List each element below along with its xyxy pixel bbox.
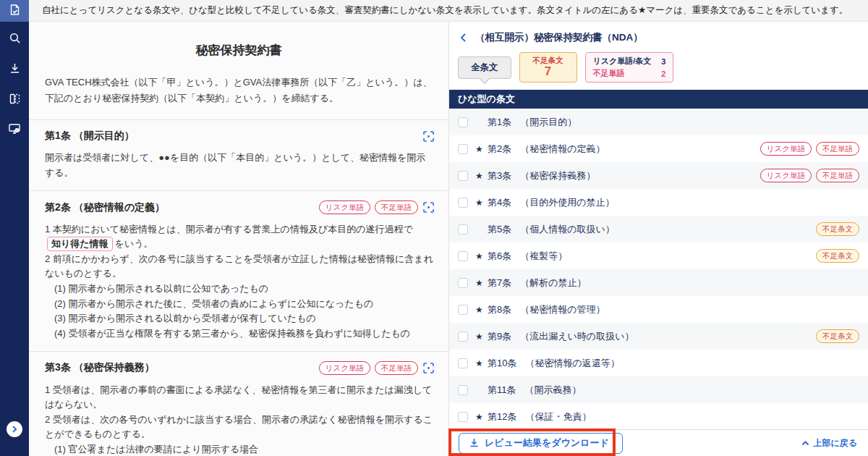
- missing-word-stat-row: 不足単語 2: [593, 68, 666, 79]
- risk-term-highlight[interactable]: 知り得た情報: [47, 237, 113, 251]
- clause-title: （流出漏えい時の取扱い）: [520, 330, 634, 343]
- risk-word-stat-row: リスク単語/条文 3: [593, 56, 666, 67]
- stat-label: リスク単語/条文: [593, 56, 652, 67]
- clause-row-4[interactable]: ★ 第4条 （目的外使用の禁止）: [449, 189, 868, 216]
- important-star-icon: ★: [475, 252, 488, 261]
- document-intro: GVA TECH株式会社（以下「甲」という。）とGVA法律事務所（以下「乙」とい…: [45, 75, 433, 106]
- risk-word-badge: リスク単語: [760, 142, 812, 156]
- important-star-icon: ★: [475, 172, 488, 180]
- clause-row-10[interactable]: ★ 第10条 （秘密情報の返還等）: [449, 350, 868, 376]
- missing-clause-badge: 不足条文: [816, 222, 859, 236]
- chevron-up-icon: [801, 440, 809, 446]
- clause-title: （秘密情報の管理）: [520, 303, 605, 316]
- clause-row-9[interactable]: ★ 第9条 （流出漏えい時の取扱い） 不足条文: [449, 323, 868, 350]
- body-text: をいう。: [115, 238, 153, 249]
- clause-heading: 第2条 （秘密情報の定義）: [45, 201, 165, 214]
- clause-title: （解析の禁止）: [520, 276, 586, 290]
- row-checkbox[interactable]: [458, 224, 468, 235]
- tab-missing-clauses[interactable]: 不足条文 7: [519, 52, 577, 83]
- clause-body-line: 開示者は受領者に対して、●●を目的（以下「本目的」という。）として、秘密情報を開…: [45, 151, 434, 180]
- clause-list: 第1条 （開示目的） ★ 第2条 （秘密情報の定義） リスク単語不足単語 ★ 第…: [449, 109, 868, 430]
- clause-no: 第4条: [488, 196, 511, 209]
- missing-clause-count: 7: [545, 65, 551, 79]
- clause-no: 第6条: [488, 250, 511, 263]
- clause-title: （複製等）: [520, 250, 567, 263]
- sidebar-item-settings[interactable]: [0, 117, 29, 143]
- expand-chevron-icon: [11, 423, 18, 436]
- clause-heading: 第1条 （開示目的）: [45, 130, 135, 143]
- sidebar-item-search[interactable]: [0, 26, 29, 52]
- document-clause-2: 第2条 （秘密情報の定義） リスク単語 不足単語 1 本契約において秘密情報とは…: [29, 190, 448, 351]
- clause-no: 第8条: [488, 303, 511, 316]
- important-star-icon: ★: [475, 332, 488, 341]
- clause-title: （秘密情報の返還等）: [525, 357, 619, 370]
- clause-title: （開示義務）: [525, 384, 582, 397]
- missing-word-badge: 不足単語: [375, 361, 418, 375]
- focus-clause-button[interactable]: [422, 130, 434, 142]
- important-star-icon: ★: [475, 198, 488, 207]
- clause-no: 第11条: [488, 384, 516, 397]
- download-icon: [469, 438, 479, 447]
- clause-no: 第1条: [488, 116, 511, 129]
- clause-row-3[interactable]: ★ 第3条 （秘密保持義務） リスク単語不足単語: [449, 162, 868, 189]
- row-checkbox[interactable]: [458, 358, 468, 368]
- sidebar-expand-button[interactable]: [7, 421, 22, 437]
- clause-row-1[interactable]: 第1条 （開示目的）: [449, 109, 868, 135]
- clause-body-line: 2 前項にかかわらず、次の各号に該当することを受領者が立証した情報は秘密情報に含…: [45, 252, 434, 282]
- clause-body-line: (4) 受領者が正当な権限を有する第三者から、秘密保持義務を負わずに知得したもの: [45, 326, 434, 342]
- clause-no: 第7条: [488, 276, 511, 290]
- contract-document-panel: 秘密保持契約書 GVA TECH株式会社（以下「甲」という。）とGVA法律事務所…: [29, 22, 448, 456]
- important-star-icon: ★: [475, 305, 488, 314]
- row-checkbox[interactable]: [458, 144, 468, 154]
- row-checkbox[interactable]: [458, 117, 468, 127]
- important-star-icon: ★: [475, 279, 488, 287]
- important-star-icon: ★: [475, 359, 488, 368]
- sidebar-item-download[interactable]: [0, 56, 29, 83]
- missing-word-count: 2: [661, 69, 665, 78]
- chevron-left-icon: [459, 33, 468, 43]
- row-checkbox[interactable]: [458, 251, 468, 261]
- back-button[interactable]: [459, 33, 468, 43]
- clause-row-11[interactable]: 第11条 （開示義務）: [449, 376, 868, 403]
- clause-body-line: (3) 開示者から開示される以前から受領者が保有していたもの: [45, 311, 434, 326]
- stat-label: 不足単語: [593, 68, 625, 79]
- review-filter-tabs: 全条文 不足条文 7 リスク単語/条文 3 不足単語 2: [449, 44, 868, 90]
- clause-row-12[interactable]: ★ 第12条 （保証・免責）: [449, 403, 868, 430]
- risk-word-count: 3: [661, 57, 665, 66]
- tab-all-clauses[interactable]: 全条文: [458, 56, 511, 79]
- sidebar-item-review[interactable]: [0, 0, 29, 22]
- clause-row-7[interactable]: ★ 第7条 （解析の禁止）: [449, 269, 868, 296]
- row-checkbox[interactable]: [458, 198, 468, 208]
- clause-row-8[interactable]: ★ 第8条 （秘密情報の管理）: [449, 296, 868, 323]
- risk-word-badge: リスク単語: [319, 200, 370, 214]
- sidebar-item-compare[interactable]: [0, 87, 29, 113]
- risk-word-badge: リスク単語: [319, 361, 370, 375]
- row-checkbox[interactable]: [458, 412, 468, 422]
- clause-list-header: ひな型の条文: [449, 90, 868, 109]
- row-checkbox[interactable]: [458, 332, 468, 342]
- clause-title: （目的外使用の禁止）: [520, 196, 614, 209]
- download-results-button[interactable]: レビュー結果をダウンロード: [459, 433, 623, 454]
- clause-heading: 第3条 （秘密保持義務）: [45, 361, 155, 374]
- search-icon: [9, 32, 21, 47]
- row-checkbox[interactable]: [458, 305, 468, 315]
- clause-row-5[interactable]: 第5条 （個人情報の取扱い） 不足条文: [449, 216, 868, 242]
- focus-clause-button[interactable]: [422, 362, 434, 373]
- row-checkbox[interactable]: [458, 278, 468, 288]
- document-clause-3: 第3条 （秘密保持義務） リスク単語 不足単語 1 受領者は、開示者の事前の書面…: [29, 351, 448, 456]
- focus-clause-button[interactable]: [422, 202, 434, 214]
- row-checkbox[interactable]: [458, 171, 468, 181]
- download-icon: [9, 62, 21, 77]
- missing-word-badge: 不足単語: [375, 200, 418, 214]
- clause-row-6[interactable]: ★ 第6条 （複製等） 不足条文: [449, 242, 868, 269]
- back-to-top-link[interactable]: 上部に戻る: [801, 437, 857, 449]
- clause-title: （保証・免責）: [525, 410, 591, 423]
- row-checkbox[interactable]: [458, 385, 468, 395]
- clause-row-2[interactable]: ★ 第2条 （秘密情報の定義） リスク単語不足単語: [449, 135, 868, 162]
- review-header: （相互開示）秘密保持契約書（NDA）: [449, 22, 868, 44]
- missing-clause-badge: 不足条文: [816, 329, 859, 343]
- clause-body-line: 2 受領者は、次の各号のいずれかに該当する場合、開示者の承諾なく秘密情報を開示す…: [45, 413, 434, 442]
- tab-word-stats[interactable]: リスク単語/条文 3 不足単語 2: [585, 52, 674, 83]
- missing-clause-badge: 不足条文: [816, 249, 859, 263]
- clause-title: （個人情報の取扱い）: [520, 223, 615, 236]
